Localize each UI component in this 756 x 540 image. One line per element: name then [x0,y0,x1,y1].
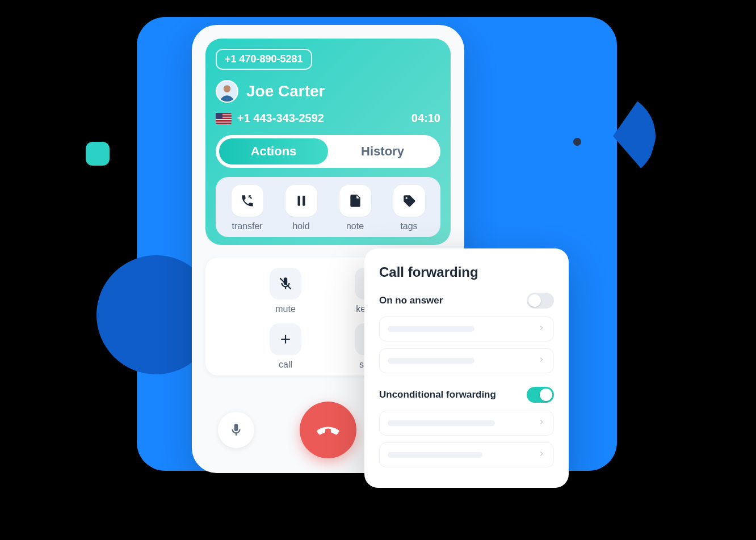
transfer-icon [240,193,255,208]
plus-icon [278,332,293,347]
active-call-panel: +1 470-890-5281 Joe Carter +1 443-343-25… [205,39,451,245]
no-answer-toggle[interactable] [527,293,554,309]
unconditional-option-2[interactable] [379,442,554,467]
note-button[interactable] [339,185,371,217]
add-call-label: call [279,360,292,370]
unconditional-toggle[interactable] [527,387,554,403]
chevron-right-icon [537,450,545,460]
unconditional-option-1[interactable] [379,411,554,436]
chevron-right-icon [537,324,545,334]
pause-icon [294,193,309,208]
avatar [216,80,238,103]
microphone-icon [229,423,243,437]
chevron-right-icon [537,418,545,428]
placeholder-line [388,326,474,332]
transfer-label: transfer [232,221,262,231]
placeholder-line [388,420,495,426]
tab-history[interactable]: History [328,138,437,164]
call-tabbar: Actions History [216,135,440,168]
tab-actions[interactable]: Actions [219,138,328,164]
call-forwarding-title: Call forwarding [379,264,554,280]
contact-row: Joe Carter [216,80,440,103]
contact-name: Joe Carter [246,82,325,100]
decorative-blob [86,142,110,166]
mute-label: mute [275,304,296,314]
call-duration: 04:10 [411,112,440,125]
inbound-number: +1 443-343-2592 [237,112,324,125]
svg-rect-3 [303,196,305,205]
mute-icon [278,276,293,291]
note-label: note [346,221,364,231]
call-actions-row: transfer hold note [216,177,440,237]
chevron-right-icon [537,356,545,366]
add-call-button[interactable] [270,323,301,355]
hold-label: hold [292,221,309,231]
placeholder-line [388,358,474,364]
svg-rect-2 [297,196,300,205]
tags-label: tags [400,221,417,231]
tag-icon [402,193,417,208]
us-flag-icon [216,113,232,124]
outbound-number-badge[interactable]: +1 470-890-5281 [216,49,312,70]
hold-button[interactable] [285,185,317,217]
unconditional-label: Unconditional forwarding [379,389,496,400]
end-call-button[interactable] [300,402,356,458]
mute-button[interactable] [270,268,301,299]
transfer-button[interactable] [232,185,263,217]
record-button[interactable] [218,412,254,448]
call-forwarding-card: Call forwarding On no answer Uncondition… [364,248,569,488]
note-icon [348,193,363,208]
decorative-dot [573,138,581,146]
placeholder-line [388,452,482,458]
no-answer-option-1[interactable] [379,317,554,341]
no-answer-option-2[interactable] [379,348,554,373]
svg-point-1 [224,85,231,92]
hangup-icon [316,417,341,442]
no-answer-label: On no answer [379,295,443,306]
tags-button[interactable] [393,185,425,217]
